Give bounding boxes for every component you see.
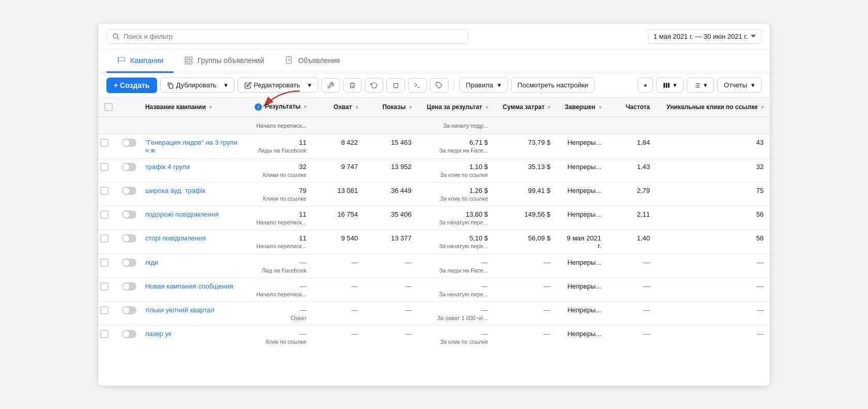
row-checkbox-7[interactable] bbox=[100, 306, 109, 314]
svg-point-1 bbox=[113, 34, 117, 38]
header-checkbox[interactable] bbox=[98, 98, 120, 117]
edit-button[interactable]: Редактировать ▾ bbox=[238, 78, 318, 93]
breakdown-button[interactable]: ▾ bbox=[687, 78, 714, 93]
row-toggle-1[interactable] bbox=[122, 163, 136, 171]
spend-6: — bbox=[501, 282, 551, 290]
results-value-7: — bbox=[253, 306, 307, 314]
grid-icon bbox=[184, 56, 193, 65]
reports-arrow: ▾ bbox=[751, 81, 755, 89]
row-toggle-0[interactable] bbox=[122, 139, 136, 147]
results-value-0: 11 bbox=[253, 139, 307, 146]
header-impressions: Показы ▾ bbox=[364, 98, 418, 117]
reports-button[interactable]: Отчеты ▾ bbox=[717, 78, 762, 93]
row-checkbox-4[interactable] bbox=[100, 234, 109, 243]
tool-button-2[interactable] bbox=[343, 78, 362, 93]
table-row: сторі повідомлення 11 Начало переписк...… bbox=[98, 230, 770, 254]
row-checkbox-8[interactable] bbox=[100, 330, 109, 338]
impressions-4: 13 377 bbox=[370, 234, 412, 242]
breakdown-icon bbox=[693, 82, 701, 89]
spend-sort-icon[interactable]: ▾ bbox=[548, 104, 550, 110]
end-sort-icon[interactable]: ▾ bbox=[599, 104, 601, 110]
header-name: Название кампании ▾ bbox=[139, 98, 246, 117]
tab-ads-label: Объявления bbox=[298, 56, 340, 65]
impressions-5: — bbox=[370, 259, 412, 266]
columns-arrow: ▾ bbox=[673, 81, 677, 89]
campaign-name-0[interactable]: "Генерация лидов" на 3 групи ч ж bbox=[145, 139, 240, 154]
header-frequency: Частота bbox=[608, 98, 656, 117]
cost-3: 13,60 $ bbox=[424, 210, 488, 218]
row-checkbox-6[interactable] bbox=[100, 282, 109, 291]
settings-button[interactable]: Посмотреть настройки bbox=[511, 78, 595, 93]
impressions-sort-icon[interactable]: ▾ bbox=[409, 104, 412, 110]
header-toggle bbox=[120, 98, 139, 117]
row-toggle-3[interactable] bbox=[122, 210, 136, 219]
row-checkbox-3[interactable] bbox=[100, 210, 109, 219]
duplicate-icon bbox=[167, 82, 174, 89]
cost-sub-5: За лиды на Face... bbox=[424, 267, 488, 274]
end-1: Непреры... bbox=[563, 163, 601, 171]
campaign-name-5[interactable]: ліди bbox=[145, 259, 240, 266]
frequency-4: 1,40 bbox=[614, 234, 650, 242]
tool-button-4[interactable] bbox=[386, 78, 405, 93]
duplicate-dropdown-arrow[interactable]: ▾ bbox=[221, 81, 228, 89]
search-input[interactable] bbox=[123, 33, 462, 40]
select-all-checkbox[interactable] bbox=[104, 103, 113, 111]
rules-button[interactable]: Правила ▾ bbox=[459, 78, 508, 93]
reach-2: 13 081 bbox=[319, 187, 358, 194]
cost-sort-icon[interactable]: ▾ bbox=[486, 104, 488, 110]
duplicate-button[interactable]: Дублировать ▾ bbox=[160, 78, 235, 93]
tool-button-3[interactable] bbox=[365, 78, 383, 93]
row-checkbox-0[interactable] bbox=[100, 139, 109, 147]
delete-icon bbox=[392, 82, 399, 89]
search-input-wrap[interactable] bbox=[106, 29, 468, 44]
tab-campaigns[interactable]: Кампании bbox=[106, 50, 174, 73]
row-toggle-2[interactable] bbox=[122, 187, 136, 195]
campaign-name-6[interactable]: Новая кампания сообщения bbox=[145, 282, 240, 290]
row-checkbox-5[interactable] bbox=[100, 259, 109, 267]
campaign-name-7[interactable]: тільки уютний квартал bbox=[145, 306, 240, 314]
create-button[interactable]: + Создать bbox=[106, 78, 157, 93]
results-sort-icon[interactable]: ▾ bbox=[304, 104, 306, 110]
tab-ads[interactable]: Объявления bbox=[274, 50, 350, 73]
results-value-2: 79 bbox=[253, 187, 307, 194]
row-toggle-4[interactable] bbox=[122, 234, 136, 243]
campaign-name-1[interactable]: трафік 4 групи bbox=[145, 163, 240, 171]
tool-button-6[interactable] bbox=[430, 78, 448, 93]
results-sub-8: Клик по ссылке bbox=[253, 339, 307, 345]
row-toggle-7[interactable] bbox=[122, 306, 136, 314]
columns-button[interactable]: ▾ bbox=[656, 78, 684, 93]
unique-clicks-5: — bbox=[662, 259, 764, 266]
share-icon bbox=[414, 82, 421, 89]
flag-icon bbox=[117, 56, 126, 65]
reach-sort-icon[interactable]: ▾ bbox=[355, 104, 358, 110]
svg-rect-8 bbox=[286, 56, 291, 64]
cost-sub-2: За клик по ссылке bbox=[424, 195, 488, 202]
spend-7: — bbox=[501, 306, 551, 314]
name-sort-icon[interactable]: ▾ bbox=[209, 104, 212, 110]
frequency-5: — bbox=[614, 259, 650, 266]
tag-icon bbox=[436, 82, 443, 89]
campaign-name-2[interactable]: широка ауд. трафік bbox=[145, 187, 240, 194]
results-sub-6: Начало переписк... bbox=[253, 291, 307, 297]
row-toggle-8[interactable] bbox=[122, 330, 136, 338]
tab-adsets[interactable]: Группы объявлений bbox=[174, 50, 274, 73]
reach-5: — bbox=[319, 259, 358, 266]
date-range-picker[interactable]: 1 мая 2021 г. — 30 июн 2021 г. bbox=[648, 29, 762, 44]
circle-button[interactable]: ● bbox=[638, 78, 653, 93]
campaign-name-8[interactable]: лазер ук bbox=[145, 330, 240, 338]
row-toggle-5[interactable] bbox=[122, 259, 136, 267]
row-toggle-6[interactable] bbox=[122, 282, 136, 291]
results-value-3: 11 bbox=[253, 210, 307, 218]
results-value-4: 11 bbox=[253, 234, 307, 242]
campaign-name-3[interactable]: подорожі повідомлення bbox=[145, 210, 240, 218]
tool-button-1[interactable] bbox=[321, 78, 340, 93]
cost-sub-4: За начатую пере... bbox=[424, 243, 488, 249]
unique-clicks-sort-icon[interactable]: ▾ bbox=[761, 104, 764, 110]
campaign-name-4[interactable]: сторі повідомлення bbox=[145, 234, 240, 242]
results-info-icon[interactable]: i bbox=[255, 103, 262, 111]
row-checkbox-1[interactable] bbox=[100, 163, 109, 171]
results-sub-2: Клики по ссылке bbox=[253, 195, 307, 202]
tool-button-5[interactable] bbox=[408, 78, 427, 93]
row-checkbox-2[interactable] bbox=[100, 187, 109, 195]
edit-dropdown-arrow[interactable]: ▾ bbox=[304, 81, 312, 89]
